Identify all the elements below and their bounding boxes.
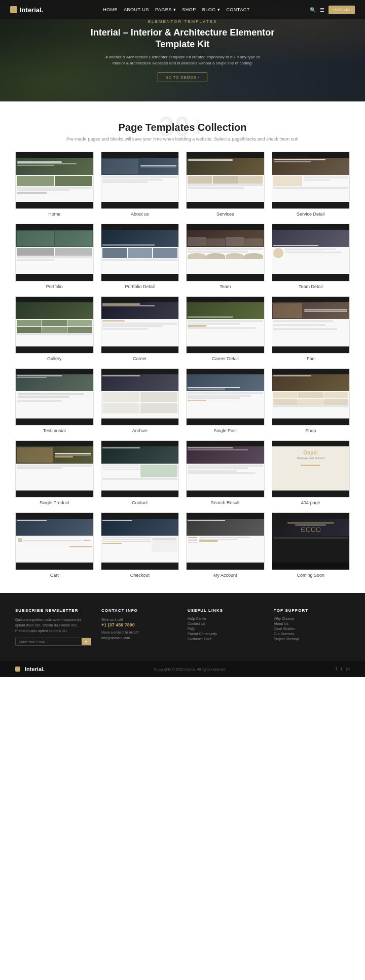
template-services[interactable]: Services <box>186 152 265 217</box>
footer-contact-title: CONTACT INFO <box>101 608 177 613</box>
template-label-faq: Faq <box>307 356 315 361</box>
nav-pages[interactable]: PAGES ▾ <box>155 7 176 12</box>
site-logo[interactable]: Interial. <box>10 6 43 14</box>
footer-support-title: TOP SUPPORT <box>274 608 350 613</box>
hero-badge: ELEMENTOR TEMPLATES <box>148 19 217 24</box>
template-label-coming-soon: Coming Soon <box>297 573 324 578</box>
template-label-testimonial: Testimonial <box>43 428 66 433</box>
template-thumb-coming-soon <box>272 512 350 570</box>
facebook-icon[interactable]: f <box>336 667 337 672</box>
footer-link-contact[interactable]: Contact Us <box>188 622 264 625</box>
nav-contact[interactable]: CONTACT <box>226 7 249 12</box>
footer-bottom-logo: Interial. <box>15 666 45 672</box>
template-team-detail[interactable]: Team Detail <box>272 224 350 289</box>
template-archive[interactable]: Archive <box>101 368 179 433</box>
hero-cta-button[interactable]: GO TO DEMOS › <box>158 73 207 82</box>
main-nav: HOME ABOUT US PAGES ▾ SHOP BLOG ▾ CONTAC… <box>103 7 250 12</box>
template-thumb-shop <box>272 368 350 426</box>
template-thumb-career <box>101 296 179 354</box>
template-thumb-faq <box>272 296 350 354</box>
menu-icon[interactable]: ☰ <box>320 7 324 13</box>
template-thumb-home <box>15 152 94 209</box>
template-thumb-testimonial <box>15 368 94 426</box>
template-thumb-services <box>186 152 265 209</box>
hero-subtitle: A Interior & Architecture Elementor Temp… <box>101 54 264 66</box>
search-icon[interactable]: 🔍 <box>310 7 316 13</box>
template-label-gallery: Gallery <box>47 356 62 361</box>
template-label-search: Search Result <box>211 500 240 505</box>
footer-link-community[interactable]: Parent Community <box>188 632 264 636</box>
hire-us-button[interactable]: HIRE US <box>328 6 355 14</box>
footer-link-help[interactable]: Help Center <box>188 617 264 620</box>
nav-shop[interactable]: SHOP <box>182 7 196 12</box>
template-thumb-portfolio-detail <box>101 224 179 281</box>
footer-link-faq[interactable]: FAQ <box>188 627 264 631</box>
template-single-product[interactable]: Single Product <box>15 440 94 505</box>
template-service-detail[interactable]: Service Detail <box>272 152 350 217</box>
instagram-icon[interactable]: in <box>346 667 350 672</box>
template-grid: Home <box>15 152 350 578</box>
templates-section: 30+ Page Templates Collection Pre-made p… <box>0 101 365 593</box>
footer-link-sitemap[interactable]: Project Sitemap <box>274 637 350 641</box>
template-thumb-about <box>101 152 179 209</box>
section-header: 30+ Page Templates Collection <box>15 122 350 133</box>
template-about[interactable]: About us <box>101 152 179 217</box>
footer-phone: +1 (37 456 7890 <box>101 622 177 627</box>
template-coming-soon[interactable]: Coming Soon <box>272 512 350 577</box>
template-label-career-detail: Career Detail <box>212 356 239 361</box>
template-thumb-archive <box>101 368 179 426</box>
footer-email-input[interactable] <box>16 638 82 645</box>
template-label-checkout: Checkout <box>130 573 150 578</box>
template-portfolio-detail[interactable]: Portfolio Detail <box>101 224 179 289</box>
template-label-portfolio: Portfolio <box>46 284 63 289</box>
nav-home[interactable]: HOME <box>103 7 118 12</box>
template-career[interactable]: Career <box>101 296 179 361</box>
footer-email: info@domain.com <box>101 635 177 641</box>
template-gallery[interactable]: Gallery <box>15 296 94 361</box>
template-contact[interactable]: Contact <box>101 440 179 505</box>
template-home[interactable]: Home <box>15 152 94 217</box>
template-label-career: Career <box>133 356 147 361</box>
footer-col-support: TOP SUPPORT Why Choose About Us Case Stu… <box>274 608 350 646</box>
site-footer: SUBSCRIBE NEWSLETTER Quisque a pretium q… <box>0 593 365 661</box>
template-shop[interactable]: Shop <box>272 368 350 433</box>
footer-bottom: Interial. Copyrights © 2022 Interial. Al… <box>0 661 365 677</box>
twitter-icon[interactable]: t <box>341 667 342 672</box>
nav-about[interactable]: ABOUT US <box>124 7 149 12</box>
template-label-team-detail: Team Detail <box>299 284 323 289</box>
footer-call-label: Give us a call <box>101 617 177 622</box>
template-thumb-my-account <box>186 512 265 570</box>
template-label-shop: Shop <box>305 428 316 433</box>
template-thumb-cart <box>15 512 94 570</box>
footer-link-services[interactable]: Our Services <box>274 632 350 636</box>
footer-link-why[interactable]: Why Choose <box>274 617 350 620</box>
footer-link-about[interactable]: About Us <box>274 622 350 625</box>
template-cart[interactable]: Cart <box>15 512 94 577</box>
template-thumb-single-post <box>186 368 265 426</box>
footer-newsletter-title: SUBSCRIBE NEWSLETTER <box>15 608 91 613</box>
template-career-detail[interactable]: Career Detail <box>186 296 265 361</box>
footer-link-care[interactable]: Customer Care <box>188 637 264 641</box>
template-checkout[interactable]: Checkout <box>101 512 179 577</box>
template-label-portfolio-detail: Portfolio Detail <box>125 284 155 289</box>
template-team[interactable]: Team <box>186 224 265 289</box>
footer-logo-icon <box>15 667 20 672</box>
footer-link-case[interactable]: Case Studies <box>274 627 350 631</box>
template-label-contact: Contact <box>132 500 148 505</box>
template-thumb-service-detail <box>272 152 350 209</box>
template-faq[interactable]: Faq <box>272 296 350 361</box>
template-single-post[interactable]: Single Post <box>186 368 265 433</box>
template-search[interactable]: Search Result <box>186 440 265 505</box>
footer-email-form: ➤ <box>15 638 91 646</box>
template-label-cart: Cart <box>50 573 59 578</box>
footer-email-submit[interactable]: ➤ <box>82 638 91 645</box>
template-404[interactable]: Oops! That page can't be found 404-page <box>272 440 350 505</box>
template-testimonial[interactable]: Testimonial <box>15 368 94 433</box>
section-title: Page Templates Collection <box>15 122 350 133</box>
template-my-account[interactable]: My Account <box>186 512 265 577</box>
footer-newsletter-text: Quisque a pretium quis aptent corpora di… <box>15 617 91 634</box>
template-portfolio[interactable]: Portfolio <box>15 224 94 289</box>
footer-social-links: f t in <box>336 667 350 672</box>
template-thumb-team-detail <box>272 224 350 281</box>
nav-blog[interactable]: BLOG ▾ <box>202 7 221 12</box>
